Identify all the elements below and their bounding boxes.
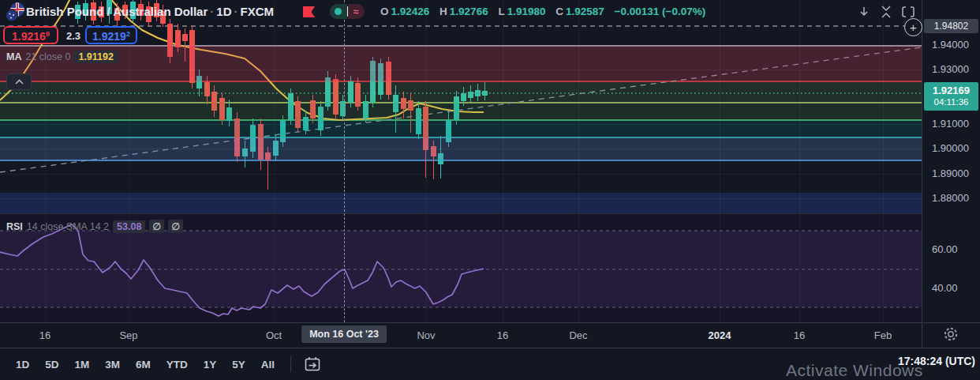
- axis-settings-corner: [922, 322, 980, 348]
- change-value: −0.00131 (−0.07%): [615, 6, 706, 17]
- open-label: O: [380, 6, 389, 17]
- price-axis-label: 1.91000: [932, 118, 969, 130]
- ma-legend-value: 1.91192: [74, 51, 118, 63]
- grid-line-vertical: [503, 0, 503, 214]
- grid-line-horizontal: [0, 45, 922, 46]
- interval-label: 1D: [216, 5, 231, 18]
- ohlc-readout: O1.92426 H1.92766 L1.91980 C1.92587 −0.0…: [380, 6, 705, 17]
- price-axis-label: 1.90000: [932, 142, 969, 154]
- range-button-3m[interactable]: 3M: [97, 355, 128, 374]
- currency-pair-flags-icon: [5, 2, 25, 22]
- grid-line-horizontal: [0, 124, 922, 125]
- symbol-title[interactable]: British Pound / Australian Dollar·1D·FXC…: [26, 5, 274, 18]
- spread-value: 2.3: [62, 30, 84, 42]
- time-axis[interactable]: 16SepOctNov16Dec202416Feb Mon 16 Oct '23: [0, 322, 980, 348]
- ma-indicator-legend[interactable]: MA 21 close 0 1.91192: [6, 51, 118, 63]
- grid-line-vertical: [426, 0, 427, 214]
- price-axis[interactable]: 1.94802 1.940001.930001.910001.900001.89…: [922, 0, 980, 322]
- buy-price-value: 1.9219: [92, 30, 126, 43]
- current-price-value: 1.92169: [924, 85, 978, 96]
- pane-divider[interactable]: [0, 213, 922, 214]
- time-axis-label: Sep: [119, 329, 137, 341]
- crosshair-date-label: Mon 16 Oct '23: [301, 325, 387, 343]
- price-band: [0, 46, 922, 81]
- grid-line-horizontal: [0, 198, 922, 199]
- toggle-dot-icon: [330, 4, 347, 19]
- rsi-null-badge: ∅: [168, 220, 183, 233]
- exchange-label: FXCM: [241, 5, 275, 18]
- trading-chart-app: TradingView 1.92169 2.3 1.92192 MA 21 cl…: [0, 0, 980, 380]
- range-button-ytd[interactable]: YTD: [159, 355, 196, 374]
- close-value: 1.92587: [566, 6, 604, 17]
- grid-line-horizontal: [0, 70, 922, 70]
- current-price-label: 1.92169 04:11:36: [924, 82, 978, 111]
- price-axis-label: 40.00: [932, 282, 958, 294]
- open-value: 1.92426: [391, 6, 430, 17]
- flagged-symbol-icon[interactable]: [303, 6, 315, 17]
- title-separator: ·: [232, 5, 241, 18]
- high-label: H: [440, 6, 447, 17]
- time-axis-label: Oct: [266, 329, 282, 341]
- sell-price-button[interactable]: 1.92169: [3, 26, 58, 44]
- crosshair-vertical-line: [344, 0, 345, 322]
- price-band: [0, 120, 922, 137]
- grid-line-vertical: [578, 0, 579, 214]
- ma-legend-params: 21 close 0: [25, 51, 70, 62]
- range-button-6m[interactable]: 6M: [128, 355, 159, 374]
- range-button-all[interactable]: All: [253, 355, 282, 374]
- price-axis-label: 1.93000: [932, 63, 969, 75]
- price-axis-label: 60.00: [932, 243, 958, 255]
- activate-windows-watermark: Activate Windows: [786, 361, 923, 380]
- download-button[interactable]: [854, 2, 874, 21]
- rsi-band-fill: [0, 231, 922, 307]
- rsi-indicator-legend[interactable]: RSI 14 close SMA 14 2 53.08 ∅ ∅: [6, 220, 183, 233]
- rsi-legend-name: RSI: [6, 221, 23, 232]
- range-button-1y[interactable]: 1Y: [196, 355, 225, 374]
- grid-line-horizontal: [0, 174, 922, 175]
- rsi-null-badge: ∅: [149, 220, 164, 233]
- time-axis-label: Dec: [569, 329, 587, 341]
- buy-price-button[interactable]: 1.92192: [85, 26, 137, 44]
- range-button-5d[interactable]: 5D: [37, 355, 66, 374]
- range-button-1m[interactable]: 1M: [67, 355, 98, 374]
- go-to-date-button[interactable]: [299, 353, 326, 375]
- price-band: [0, 193, 922, 214]
- range-button-1d[interactable]: 1D: [8, 355, 37, 374]
- plus-icon: +: [910, 21, 917, 33]
- rsi-legend-params: 14 close SMA 14 2: [27, 221, 109, 232]
- price-band: [0, 103, 922, 120]
- bar-countdown: 04:11:36: [924, 97, 978, 107]
- toggle-approx-icon: ≈: [348, 4, 365, 19]
- grid-line-vertical: [720, 0, 720, 214]
- collapse-legend-button[interactable]: [6, 73, 32, 90]
- main-price-pane[interactable]: [0, 0, 922, 214]
- low-label: L: [498, 6, 504, 17]
- range-button-group: 1D5D1M3M6MYTD1Y5YAll: [8, 355, 282, 374]
- price-axis-label: 1.94000: [932, 39, 969, 51]
- range-button-5y[interactable]: 5Y: [224, 355, 253, 374]
- grid-line-vertical: [799, 0, 800, 214]
- sell-price-sup: 9: [46, 30, 50, 38]
- buy-price-sup: 2: [126, 30, 130, 38]
- candle-body: [182, 34, 188, 41]
- grid-line-vertical: [274, 0, 275, 214]
- alert-price-label: 1.94802: [924, 19, 978, 33]
- time-axis-label: 16: [794, 329, 805, 341]
- chart-top-toolbar: British Pound / Australian Dollar·1D·FXC…: [0, 0, 980, 24]
- low-value: 1.91980: [507, 6, 546, 17]
- grid-line-horizontal: [0, 149, 922, 149]
- title-separator: ·: [208, 5, 216, 18]
- rsi-legend-value: 53.08: [113, 220, 145, 233]
- bid-ask-toggle[interactable]: ≈: [330, 4, 365, 19]
- time-axis-label: 2024: [709, 329, 731, 341]
- price-band: [0, 81, 922, 103]
- axis-settings-gear-icon[interactable]: [943, 326, 959, 345]
- price-axis-label: 1.88000: [932, 192, 969, 204]
- collapse-panes-button[interactable]: [876, 2, 896, 21]
- ma-legend-name: MA: [6, 51, 21, 62]
- price-axis-label: 1.89000: [932, 167, 969, 179]
- add-alert-plus-button[interactable]: +: [904, 18, 922, 36]
- time-axis-label: Nov: [417, 329, 435, 341]
- time-axis-label: 16: [39, 329, 50, 341]
- grid-line-vertical: [883, 0, 884, 214]
